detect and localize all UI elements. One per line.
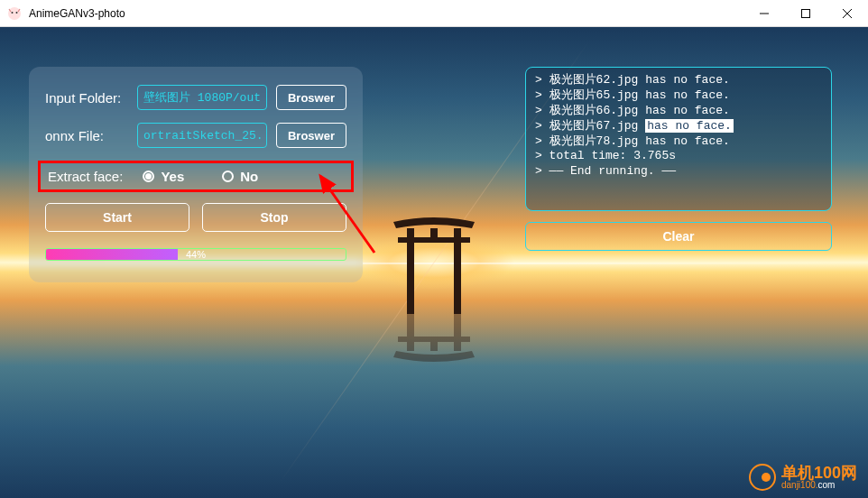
- window-controls: [743, 0, 868, 26]
- watermark-logo-icon: [749, 464, 776, 491]
- titlebar: AnimeGANv3-photo: [0, 0, 868, 27]
- maximize-button[interactable]: [785, 0, 826, 26]
- console-output: > 极光图片62.jpg has no face.> 极光图片65.jpg ha…: [525, 67, 832, 211]
- input-folder-field[interactable]: [137, 85, 267, 110]
- torii-icon: [389, 208, 479, 317]
- radio-no-indicator: [222, 171, 234, 182]
- svg-rect-12: [407, 265, 414, 351]
- progress-text: 44%: [186, 249, 206, 260]
- start-button[interactable]: Start: [45, 203, 189, 232]
- console-line: > 极光图片62.jpg has no face.: [535, 73, 822, 88]
- control-panel: Input Folder: Broswer onnx File: Broswer…: [29, 67, 363, 282]
- browse-input-folder-button[interactable]: Broswer: [276, 85, 346, 110]
- svg-point-1: [12, 12, 14, 14]
- minimize-button[interactable]: [743, 0, 785, 26]
- watermark: 单机100网 danji100.com: [749, 464, 857, 491]
- extract-face-highlight: Extract face: Yes No: [38, 161, 354, 192]
- close-button[interactable]: [826, 0, 868, 26]
- svg-rect-8: [407, 228, 414, 314]
- console-line: > 极光图片66.jpg has no face.: [535, 104, 822, 119]
- svg-rect-9: [454, 228, 461, 314]
- watermark-en: danji100.com: [781, 481, 857, 490]
- console-line: > total time: 3.765s: [535, 149, 822, 164]
- onnx-file-field[interactable]: [137, 123, 267, 148]
- clear-button[interactable]: Clear: [525, 222, 832, 251]
- svg-rect-13: [454, 265, 461, 351]
- output-panel: > 极光图片62.jpg has no face.> 极光图片65.jpg ha…: [525, 67, 832, 251]
- svg-point-0: [8, 7, 21, 20]
- svg-rect-11: [398, 337, 470, 342]
- svg-rect-14: [430, 340, 438, 351]
- radio-no[interactable]: No: [222, 169, 258, 184]
- browse-onnx-button[interactable]: Broswer: [276, 123, 346, 148]
- app-icon: [7, 6, 22, 21]
- window-title: AnimeGANv3-photo: [29, 7, 743, 20]
- stop-button[interactable]: Stop: [202, 203, 346, 232]
- svg-rect-7: [398, 237, 470, 243]
- radio-yes[interactable]: Yes: [143, 169, 184, 184]
- radio-yes-indicator: [143, 171, 154, 182]
- content-area: Input Folder: Broswer onnx File: Broswer…: [0, 27, 868, 498]
- onnx-file-label: onnx File:: [45, 128, 128, 143]
- console-line: > —— End running. ——: [535, 164, 822, 180]
- console-line: > 极光图片78.jpg has no face.: [535, 134, 822, 150]
- progress-fill: [46, 249, 178, 260]
- svg-rect-10: [430, 228, 438, 239]
- watermark-cn: 单机100网: [781, 465, 857, 481]
- extract-face-label: Extract face:: [48, 169, 123, 184]
- svg-point-2: [16, 12, 18, 14]
- input-folder-label: Input Folder:: [45, 90, 128, 106]
- console-line: > 极光图片65.jpg has no face.: [535, 88, 822, 104]
- progress-bar: 44%: [45, 248, 346, 261]
- svg-rect-4: [802, 9, 810, 17]
- console-line: > 极光图片67.jpg has no face.: [535, 119, 822, 134]
